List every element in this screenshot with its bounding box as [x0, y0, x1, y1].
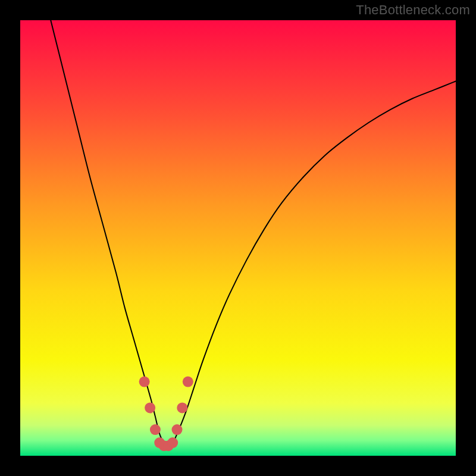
- chart-frame: TheBottleneck.com: [0, 0, 476, 476]
- highlight-dot: [177, 402, 187, 413]
- highlight-dot: [183, 377, 193, 387]
- watermark-text: TheBottleneck.com: [356, 2, 470, 18]
- highlight-dot: [172, 424, 183, 435]
- highlight-dot: [150, 424, 161, 435]
- plot-area: [20, 20, 456, 456]
- highlight-dot: [139, 377, 150, 387]
- highlight-dot: [145, 402, 155, 413]
- chart-svg: [20, 20, 456, 456]
- gradient-background: [20, 20, 456, 456]
- highlight-dot: [167, 437, 178, 448]
